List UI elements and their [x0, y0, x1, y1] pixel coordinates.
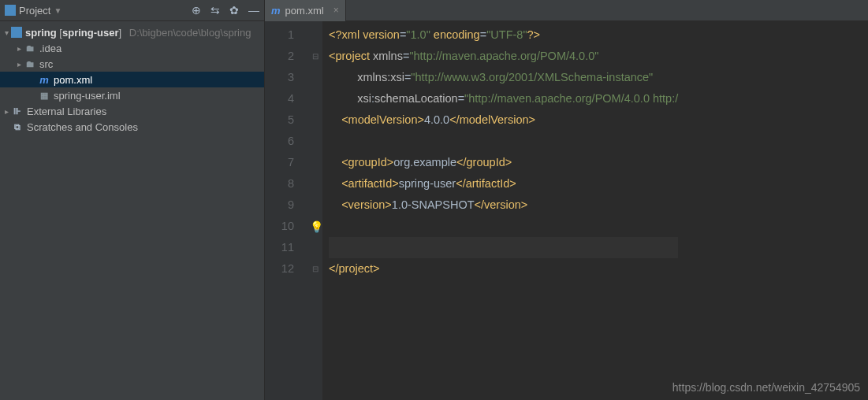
tree-item-src[interactable]: ▸ 🖿 src: [0, 56, 264, 72]
maven-icon: m: [38, 73, 50, 86]
tree-project-root[interactable]: ▾ spring [spring-user] D:\bigben\code\bl…: [0, 24, 264, 40]
module-icon: [11, 27, 22, 38]
tree-label: .idea: [39, 43, 61, 54]
tab-bar: m pom.xml ×: [265, 0, 868, 21]
dropdown-icon: ▼: [54, 6, 61, 15]
editor[interactable]: 123456789101112 ⊟ ⊟ 💡 <?xml version="1.0…: [265, 21, 868, 400]
sidebar-title[interactable]: Project ▼: [5, 5, 192, 17]
tree-label: External Libraries: [27, 106, 106, 117]
folder-icon: 🖿: [24, 42, 36, 54]
chevron-right-icon: ▸: [14, 60, 24, 69]
settings-icon[interactable]: ✿: [229, 4, 239, 17]
code-content[interactable]: <?xml version="1.0" encoding="UTF-8"?><p…: [322, 21, 678, 400]
minimize-icon[interactable]: —: [248, 4, 259, 17]
watermark: https://blog.csdn.net/weixin_42754905: [672, 381, 860, 394]
project-name: spring: [25, 27, 57, 39]
chevron-right-icon: ▸: [14, 44, 24, 53]
tree-item-iml[interactable]: ▦ spring-user.iml: [0, 87, 264, 103]
sidebar-header: Project ▼ ⊕ ⇆ ✿ —: [0, 0, 264, 21]
expand-icon[interactable]: ⇆: [210, 4, 220, 17]
intention-bulb-icon[interactable]: 💡: [310, 217, 323, 238]
line-number-gutter: 123456789101112: [265, 21, 308, 400]
maven-icon: m: [271, 5, 281, 17]
project-icon: [5, 5, 16, 16]
tree-label: Scratches and Consoles: [27, 121, 138, 133]
chevron-right-icon: ▸: [2, 107, 11, 116]
close-icon[interactable]: ×: [333, 5, 339, 16]
tree-external-libraries[interactable]: ▸ ⊪ External Libraries: [0, 103, 264, 119]
folder-icon: 🖿: [24, 57, 36, 70]
tab-pom-xml[interactable]: m pom.xml ×: [265, 0, 346, 21]
tree-item-pom[interactable]: m pom.xml: [0, 72, 264, 87]
tab-label: pom.xml: [285, 5, 324, 17]
iml-icon: ▦: [38, 89, 50, 102]
tree-scratches[interactable]: ⧉ Scratches and Consoles: [0, 119, 264, 135]
module-name: spring-user: [62, 27, 119, 39]
project-tool-window: Project ▼ ⊕ ⇆ ✿ — ▾ spring [spring-user]…: [0, 0, 265, 400]
fold-gutter: ⊟ ⊟ 💡: [308, 21, 322, 400]
libraries-icon: ⊪: [11, 105, 24, 117]
project-path: D:\bigben\code\blog\spring: [129, 27, 251, 39]
project-tree: ▾ spring [spring-user] D:\bigben\code\bl…: [0, 21, 264, 138]
locate-icon[interactable]: ⊕: [192, 4, 201, 17]
chevron-down-icon: ▾: [2, 28, 11, 37]
tree-item-idea[interactable]: ▸ 🖿 .idea: [0, 40, 264, 56]
project-title-label: Project: [19, 5, 50, 17]
editor-area: m pom.xml × 123456789101112 ⊟ ⊟ 💡: [265, 0, 868, 400]
scratches-icon: ⧉: [11, 120, 24, 133]
tree-label: pom.xml: [54, 74, 92, 86]
tree-label: src: [39, 58, 53, 70]
tree-label: spring-user.iml: [54, 90, 121, 102]
